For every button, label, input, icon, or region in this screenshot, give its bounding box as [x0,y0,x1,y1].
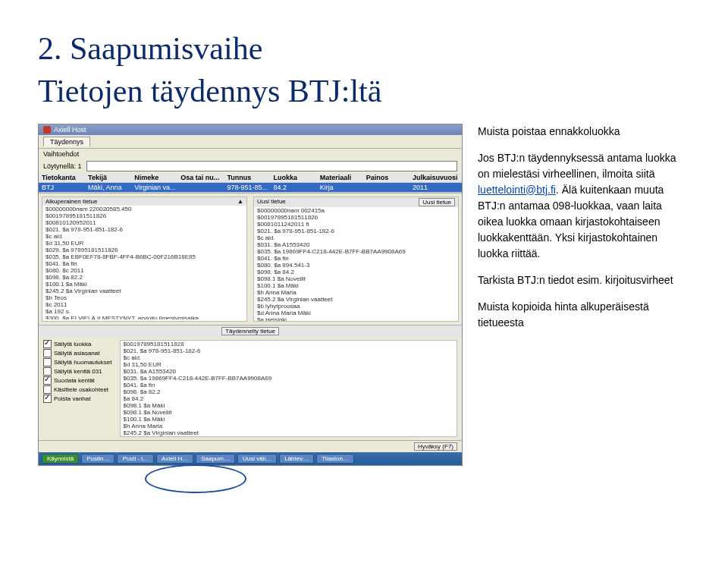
record-line: $100.1 $a Mäki [121,416,457,423]
note-remove-preclass: Muista poistaa ennakkoluokka [478,124,690,140]
cell: Virginian va... [134,184,180,191]
left-panel: Alkuperainen tietue▲ $00000000nam 220020… [42,197,247,322]
record-line: $245.2 $a Virginian vaatteet [121,429,457,436]
record-line: $d Anna Maria Mäki [254,310,458,316]
checkbox-icon[interactable] [43,358,52,366]
checkbox-option[interactable]: Suodata kentät [43,376,112,385]
record-line: $h Anna Maria [254,289,458,296]
record-line: $00197895181511826 [254,214,458,221]
col-julkaisuvuosi: Julkaisuvuosi [413,174,459,181]
record-line: $00810120952011 [42,219,246,226]
email-link[interactable]: luettelointi@btj.fi [478,184,556,196]
record-line: $035. $a EBF0EF78-8FBF-4FF4-B6BC-00F216B… [42,253,246,260]
cell [366,184,413,191]
col-painos: Painos [366,174,413,181]
checkbox-option[interactable]: Käsittele osakohteet [43,385,112,394]
grid-row[interactable]: BTJ Mäki, Anna Virginian va... 978-951-8… [39,183,462,193]
record-line: $021. $a 978-951-851-182-6 [121,348,457,354]
start-button[interactable]: Käynnistä [42,454,79,464]
heading-line1: 2. Saapumisvaihe [38,30,690,67]
record-line: $098.1 $a Novellit [254,275,458,282]
taskbar-item[interactable]: Tilaston… [316,454,354,464]
col-tunnus: Tunnus [227,174,273,181]
checkbox-option[interactable]: Säilytä luokka [43,340,112,348]
checkbox-area: Säilytä luokkaSäilytä asiasanatSäilytä h… [39,337,462,440]
uusi-tietue-button[interactable]: Uusi tietue [419,198,455,206]
note-copy-price: Muista kopioida hinta alkuperäisestä tie… [478,299,690,331]
cell: Kirja [320,184,366,191]
taskbar: Käynnistä Postin…Posti - l…Axiell H…Saap… [39,452,462,465]
record-line: $031. $a A1553420 [121,368,457,375]
cell: 978-951-85... [227,184,273,191]
col-materiaali: Materiaali [320,174,366,181]
cell: 2011 [413,184,459,191]
record-line: $c 2011 [42,301,246,308]
record-line: $021. $a 978-951-851-182-6 [42,226,246,233]
note-check-btj: Tarkista BTJ:n tiedot esim. kirjoitusvir… [478,272,690,288]
checkbox-icon[interactable] [43,349,52,357]
record-line: $h Anna Maria [121,423,457,429]
record-line: $041. $a fin [121,382,457,388]
scroll-up-icon[interactable]: ▲ [237,198,243,205]
record-line: $b lyhytproosaa [254,303,458,310]
record-line: $035. $a 19869FF4-C218-442E-B7FF-BB7AA99… [121,375,457,382]
left-panel-title: Alkuperainen tietue [46,198,98,205]
record-line: $098.1 $a Mäki [121,402,457,409]
taskbar-item[interactable]: Posti - l… [117,454,154,464]
grid-header: Tietokanta Tekijä Nimeke Osa tai nu... T… [39,173,462,183]
col-tekija: Tekijä [88,174,134,181]
taskbar-item[interactable]: Axiell H… [156,454,193,464]
record-line: $a 84.2 [121,395,457,402]
record-line: $d 31,50 EUR [121,361,457,368]
record-line: $098. $a 82.2 [121,388,457,395]
checkbox-label: Säilytä huomautukset [54,359,112,366]
col-osa: Osa tai nu... [180,174,227,181]
record-line: $00197895181511826 [42,212,246,219]
checkbox-icon[interactable] [43,395,52,403]
options-label: Vaihtoehdot [43,150,79,158]
col-luokka: Luokka [274,174,320,181]
record-line: $080. $c 2011 [42,267,246,274]
note-wrong-class: Jos BTJ:n täydennyksessä antama luokka o… [478,150,690,262]
window-titlebar: Axiell Host [39,124,462,135]
checkbox-label: Poista vanhat [54,395,90,402]
checkbox-icon[interactable] [43,376,52,385]
checkbox-option[interactable]: Säilytä kenttä 031 [43,367,112,376]
taskbar-item[interactable]: Lähtev… [279,454,314,464]
checkbox-option[interactable]: Poista vanhat [43,395,112,403]
taydennetty-label: Täydennetty tietue [221,327,279,335]
tab-taydennys[interactable]: Täydennys [43,137,90,146]
found-label: Löytynellä: 1 [43,162,82,170]
record-line: $035. $a 19869FF4-C218-442E-B7FF-BB7AA99… [254,248,458,255]
found-input[interactable] [86,161,457,171]
record-line: $c ald. [121,354,457,361]
record-line: $029. $a 97895181511826 [42,247,246,253]
record-line: $021. $a 978-951-851-182-6 [254,228,458,234]
taskbar-item[interactable]: Uusi väli… [237,454,277,464]
right-panel: Uusi tietueUusi tietue $00000000nam 0024… [253,197,459,322]
checkbox-option[interactable]: Säilytä huomautukset [43,358,112,366]
annotation-ellipse [145,464,246,493]
checkbox-label: Käsittele osakohteet [54,386,108,393]
record-line: $098.1 $a Novellit [121,409,457,416]
tab-strip: Täydennys [39,135,462,149]
record-line: $c ald. [254,234,458,241]
record-line: $245.2 $a Virginian vaatteet [254,296,458,303]
hyvaksy-button[interactable]: Hyväksy (F7) [414,442,457,451]
record-line: $080. $a 894.541-3 [254,262,458,269]
cell: BTJ [42,184,88,191]
cell [180,184,227,191]
checkbox-option[interactable]: Säilytä asiasanat [43,349,112,357]
record-line: $100.1 $a Mäki [42,281,246,288]
right-panel-title: Uusi tietue [257,198,286,206]
checkbox-label: Säilytä asiasanat [54,350,99,357]
record-line: $c ald. [42,233,246,240]
record-line: $041. $a fin [254,255,458,262]
record-line: $a Helsinki [254,316,458,321]
checkbox-icon[interactable] [43,340,52,348]
record-line: $d 31,50 EUR [42,240,246,247]
heading-line2: Tietojen täydennys BTJ:ltä [38,73,690,109]
taskbar-item[interactable]: Saapum… [196,454,235,464]
record-line: $b Teos [42,294,246,301]
taskbar-item[interactable]: Postin… [81,454,115,464]
